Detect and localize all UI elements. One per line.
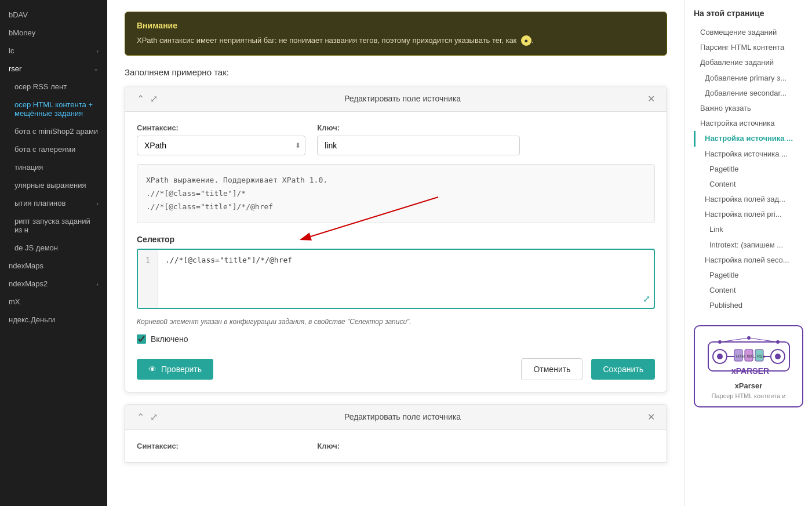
expand-icon-2[interactable]: ⤢ xyxy=(150,412,158,423)
modal-header-1: ⌃ ⤢ Редактировать поле источника ✕ xyxy=(125,86,667,112)
sidebar-item-bdav[interactable]: bDAV xyxy=(0,6,107,24)
sidebar-item-rser[interactable]: rser ⌄ xyxy=(0,60,107,78)
modal-header-left-actions: ⌃ ⤢ xyxy=(137,93,158,104)
svg-text:XML: XML xyxy=(747,354,755,358)
modal2-header-right-actions: ✕ xyxy=(647,412,655,423)
sidebar-item-lc[interactable]: lc › xyxy=(0,42,107,60)
code-editor: 1 .//*[@class="title"]/*/@href ⤢ xyxy=(137,249,655,309)
toc-content-2[interactable]: Content xyxy=(694,283,803,298)
fullscreen-icon[interactable]: ⤢ xyxy=(643,293,650,304)
syntax-group: Синтаксис: XPath xyxy=(137,123,305,155)
collapse-icon-2[interactable]: ⌃ xyxy=(137,412,144,423)
toc-pagetitle-2[interactable]: Pagetitle xyxy=(694,268,803,283)
eye-icon: 👁 xyxy=(148,365,156,374)
sidebar-item-indexmaps2[interactable]: ndexMaps2 › xyxy=(0,275,107,293)
toc-настройка-полей-pri[interactable]: Настройка полей pri... xyxy=(694,207,803,222)
right-sidebar: На этой странице Совмещение заданий Парс… xyxy=(684,0,812,506)
toc-настройка-полей-зад[interactable]: Настройка полей зад... xyxy=(694,192,803,207)
sidebar-item-js-demon[interactable]: de JS демон xyxy=(0,239,107,257)
toc-важно-указать[interactable]: Важно указать xyxy=(694,101,803,116)
key-label: Ключ: xyxy=(317,123,655,132)
svg-line-20 xyxy=(749,338,778,342)
xpath-line-1: XPath выражение. Поддерживает XPath 1.0. xyxy=(146,173,646,187)
toc-настройка-источника-2[interactable]: Настройка источника ... xyxy=(694,147,803,162)
modal-card-1: ⌃ ⤢ Редактировать поле источника ✕ Синта… xyxy=(125,86,667,392)
toc-совмещение-заданий[interactable]: Совмещение заданий xyxy=(694,25,803,40)
toc-добавление-primary[interactable]: Добавление primary з... xyxy=(694,71,803,86)
sidebar-item-rss[interactable]: осер RSS лент xyxy=(0,78,107,96)
syntax-group-2: Синтаксис: xyxy=(137,442,305,450)
sidebar-item-pagination[interactable]: тинация xyxy=(0,158,107,176)
svg-point-6 xyxy=(775,354,781,359)
left-sidebar: bDAV bMoney lc › rser ⌄ осер RSS лент ос… xyxy=(0,0,107,506)
toc-добавление-заданий[interactable]: Добавление заданий xyxy=(694,55,803,70)
toc-published[interactable]: Published xyxy=(694,298,803,313)
selector-label-row: Селектор xyxy=(137,235,655,244)
syntax-select-wrapper[interactable]: XPath xyxy=(137,136,305,155)
key-input[interactable] xyxy=(317,136,520,155)
syntax-label-2: Синтаксис: xyxy=(137,442,305,450)
xpath-line-3: .//*[@class="title"]/*/@href xyxy=(146,200,646,213)
modal-title-2: Редактировать поле источника xyxy=(158,412,647,421)
modal-card-2: ⌃ ⤢ Редактировать поле источника ✕ Синта… xyxy=(125,404,667,463)
warning-box: Внимание XPath синтаксис имеет неприятны… xyxy=(125,12,667,56)
sidebar-item-html-parser[interactable]: осер HTML контента + мещённые задания xyxy=(0,96,107,122)
toc-парсинг-html[interactable]: Парсинг HTML контента xyxy=(694,40,803,55)
syntax-select[interactable]: XPath xyxy=(137,136,305,155)
code-editor-inner: 1 .//*[@class="title"]/*/@href xyxy=(138,250,654,308)
close-icon[interactable]: ✕ xyxy=(647,93,655,104)
toc-introtext[interactable]: Introtext: (запишем ... xyxy=(694,238,803,253)
save-button[interactable]: Сохранить xyxy=(591,359,655,380)
line-number-1: 1 xyxy=(143,256,153,264)
modal-header-2: ⌃ ⤢ Редактировать поле источника ✕ xyxy=(125,405,667,430)
code-content[interactable]: .//*[@class="title"]/*/@href xyxy=(158,250,654,308)
sidebar-item-script[interactable]: рипт запуска заданий из н xyxy=(0,212,107,239)
chevron-right-icon: › xyxy=(96,200,99,207)
warning-icon: ● xyxy=(521,35,531,46)
sidebar-item-yandex-money[interactable]: ндекс.Деньги xyxy=(0,311,107,329)
syntax-label: Синтаксис: xyxy=(137,123,305,132)
key-label-2: Ключ: xyxy=(317,442,655,450)
toc-pagetitle-1[interactable]: Pagetitle xyxy=(694,162,803,177)
sidebar-item-bmoney[interactable]: bMoney xyxy=(0,24,107,42)
toc-добавление-secondary[interactable]: Добавление secondar... xyxy=(694,86,803,101)
modal2-header-left-actions: ⌃ ⤢ xyxy=(137,412,158,423)
svg-text:xPARSER: xPARSER xyxy=(731,366,769,376)
warning-text: XPath синтаксис имеет неприятный баг: не… xyxy=(137,35,655,46)
selector-label: Селектор xyxy=(137,235,174,244)
toc-настройка-источника[interactable]: Настройка источника xyxy=(694,116,803,131)
toc-content-1[interactable]: Content xyxy=(694,177,803,192)
toc-настройка-источника-1[interactable]: Настройка источника ... xyxy=(694,131,803,146)
enabled-checkbox[interactable] xyxy=(137,334,146,344)
modal-header-right-actions: ✕ xyxy=(647,93,655,104)
close-icon-2[interactable]: ✕ xyxy=(647,412,655,423)
xparser-logo-svg: HTML XML RSS xPARSER xyxy=(702,333,795,380)
sidebar-item-mx[interactable]: mX xyxy=(0,293,107,311)
form-row-2: Синтаксис: Ключ: xyxy=(137,442,655,450)
key-group: Ключ: xyxy=(317,123,655,155)
sidebar-item-minishop2[interactable]: бота с miniShop2 арами xyxy=(0,122,107,140)
sidebar-item-plugins[interactable]: ытия плагинов › xyxy=(0,194,107,212)
toc-настройка-полей-seco[interactable]: Настройка полей seco... xyxy=(694,253,803,268)
enabled-label[interactable]: Включено xyxy=(151,334,188,344)
chevron-right-icon: › xyxy=(96,48,99,54)
toc-link[interactable]: Link xyxy=(694,222,803,237)
sidebar-item-galleries[interactable]: бота с галереями xyxy=(0,140,107,158)
modal-body-2: Синтаксис: Ключ: xyxy=(125,430,667,462)
form-row-1: Синтаксис: XPath Ключ: xyxy=(137,123,655,155)
xparser-logo: HTML XML RSS xPARSER xParser Парсер HTML… xyxy=(694,325,803,407)
sidebar-item-indexmaps[interactable]: ndexMaps xyxy=(0,257,107,275)
chevron-right-icon: › xyxy=(96,281,99,287)
verify-button[interactable]: 👁 Проверить xyxy=(137,359,213,380)
svg-line-19 xyxy=(720,338,749,342)
main-content: Внимание XPath синтаксис имеет неприятны… xyxy=(107,0,684,506)
svg-text:RSS: RSS xyxy=(757,354,766,358)
sidebar-item-regex[interactable]: улярные выражения xyxy=(0,176,107,194)
expand-icon[interactable]: ⤢ xyxy=(150,93,158,104)
cancel-button[interactable]: Отменить xyxy=(521,358,582,380)
xpath-line-2: .//*[@class="title"]/* xyxy=(146,187,646,200)
collapse-icon[interactable]: ⌃ xyxy=(137,93,144,104)
warning-title: Внимание xyxy=(137,21,655,30)
xparser-brand: xParser xyxy=(702,381,795,390)
toc-title: На этой странице xyxy=(694,9,803,18)
